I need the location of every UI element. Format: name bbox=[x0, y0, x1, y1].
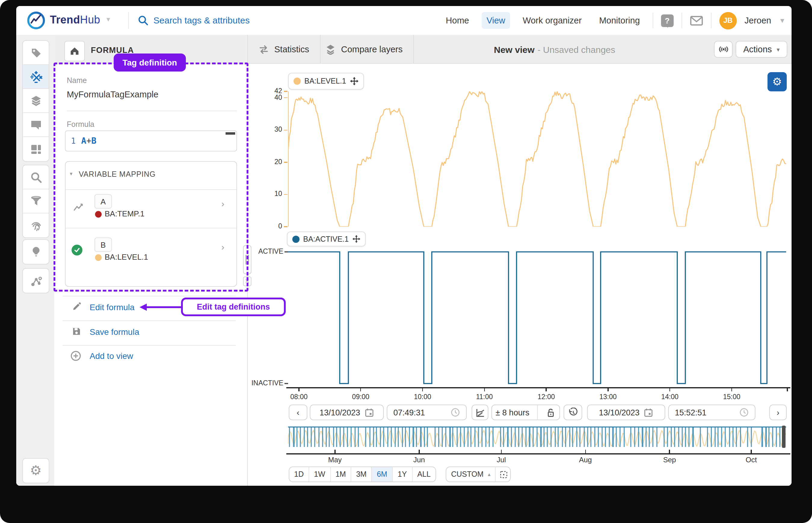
move-icon[interactable] bbox=[350, 77, 358, 85]
sidebar-item-formula[interactable] bbox=[23, 65, 49, 89]
lock-open-icon[interactable] bbox=[546, 407, 555, 417]
topbar-nav: Home View Work organizer Monitoring ? JB… bbox=[441, 6, 785, 35]
formula-editor[interactable]: 1 A+B bbox=[65, 130, 237, 151]
history-button[interactable] bbox=[564, 404, 582, 420]
month-label: May bbox=[322, 456, 348, 464]
screenshot-canvas: TrendHub ▾ Search tags & attributes Home… bbox=[0, 0, 812, 523]
clock-icon bbox=[451, 408, 460, 417]
logo-chevron-down-icon[interactable]: ▾ bbox=[106, 15, 110, 23]
trend-chart-level[interactable] bbox=[288, 91, 786, 227]
y-tick-mark bbox=[284, 194, 287, 195]
zoom-custom[interactable]: CUSTOM ▴ bbox=[446, 467, 496, 482]
month-tick-mark bbox=[334, 450, 335, 453]
compare-trend-button[interactable] bbox=[472, 404, 489, 420]
actions-chevron-down-icon: ▾ bbox=[777, 46, 780, 53]
x-tick-mark bbox=[607, 388, 608, 391]
x-axis-line bbox=[286, 387, 790, 388]
search-input[interactable]: Search tags & attributes bbox=[153, 15, 250, 25]
zoom-6m[interactable]: 6M bbox=[372, 467, 393, 482]
user-name[interactable]: Jeroen bbox=[745, 16, 771, 25]
zoom-1d[interactable]: 1D bbox=[289, 467, 309, 482]
sidebar-item-context[interactable] bbox=[23, 269, 49, 293]
history-icon bbox=[568, 407, 578, 417]
search-icon[interactable] bbox=[138, 15, 148, 26]
sidebar-item-fingerprint[interactable] bbox=[23, 213, 49, 237]
calendar-icon bbox=[365, 408, 374, 417]
sidebar-item-dashboard[interactable] bbox=[23, 137, 49, 161]
zoom-1m[interactable]: 1M bbox=[331, 467, 351, 482]
sidebar-group-suggestions bbox=[22, 239, 49, 265]
row-chevron-right-icon[interactable]: › bbox=[221, 198, 224, 209]
end-date-field[interactable]: 13/10/2023 bbox=[587, 404, 665, 420]
formula-line-number: 1 bbox=[71, 137, 76, 145]
trendhub-logo-icon bbox=[26, 10, 46, 31]
x-tick-mark bbox=[546, 388, 547, 391]
x-tick-label: 09:00 bbox=[347, 393, 374, 400]
zoom-3m[interactable]: 3M bbox=[351, 467, 372, 482]
digital-high-label: ACTIVE bbox=[248, 248, 283, 255]
timeline-minimap[interactable] bbox=[288, 426, 786, 448]
user-chevron-down-icon[interactable]: ▼ bbox=[779, 17, 785, 24]
move-icon[interactable] bbox=[352, 235, 360, 243]
digital-chart-active[interactable] bbox=[288, 250, 786, 385]
divider bbox=[66, 228, 236, 229]
formula-expression[interactable]: A+B bbox=[81, 136, 96, 145]
actions-button[interactable]: Actions ▾ bbox=[736, 41, 787, 58]
nav-home[interactable]: Home bbox=[441, 12, 474, 29]
panel-resize-handle[interactable] bbox=[243, 245, 251, 274]
name-value[interactable]: MyFormulaTagExample bbox=[67, 90, 158, 99]
start-date-field[interactable]: 13/10/2023 bbox=[310, 404, 384, 420]
zoom-1y[interactable]: 1Y bbox=[393, 467, 412, 482]
chart-settings-button[interactable]: ⚙ bbox=[767, 72, 787, 91]
pan-right-button[interactable]: › bbox=[769, 404, 787, 420]
nav-work-organizer[interactable]: Work organizer bbox=[518, 12, 586, 29]
nav-view[interactable]: View bbox=[482, 12, 510, 29]
panel-home-button[interactable] bbox=[64, 41, 85, 61]
zoom-all[interactable]: ALL bbox=[412, 467, 436, 482]
live-mode-button[interactable] bbox=[714, 41, 732, 58]
pan-left-button[interactable]: ‹ bbox=[289, 404, 307, 420]
compare-layers-button[interactable]: Compare layers bbox=[315, 35, 414, 64]
sidebar-item-search[interactable] bbox=[23, 165, 49, 190]
edit-formula-button[interactable]: Edit formula bbox=[90, 302, 135, 312]
legend-chip-level[interactable]: BA:LEVEL.1 bbox=[288, 73, 364, 90]
y-tick-mark bbox=[284, 97, 287, 98]
search-tool-icon bbox=[29, 170, 42, 184]
x-tick-label: 13:00 bbox=[595, 393, 621, 400]
month-tick-mark bbox=[585, 450, 586, 453]
mail-icon[interactable] bbox=[690, 15, 703, 25]
sidebar-item-layers[interactable] bbox=[23, 89, 49, 113]
digital-axis-tick bbox=[284, 251, 288, 252]
legend-chip-active[interactable]: BA:ACTIVE.1 bbox=[287, 231, 366, 247]
sidebar-item-tags[interactable] bbox=[23, 41, 49, 65]
sidebar-item-settings[interactable]: ⚙ bbox=[23, 459, 49, 483]
end-time-field[interactable]: 15:52:51 bbox=[668, 404, 756, 420]
y-tick-label: 30 bbox=[261, 126, 282, 133]
focus-range-button[interactable] bbox=[496, 467, 511, 482]
nav-monitoring[interactable]: Monitoring bbox=[594, 12, 645, 29]
start-time-field[interactable]: 07:49:31 bbox=[387, 404, 467, 420]
x-tick-mark bbox=[731, 388, 732, 391]
chart-pane: Statistics Compare layers New view - Uns… bbox=[247, 35, 792, 486]
help-icon[interactable]: ? bbox=[661, 14, 674, 27]
sidebar-item-comments[interactable] bbox=[23, 113, 49, 137]
add-to-view-button[interactable]: Add to view bbox=[90, 351, 133, 361]
duration-field[interactable]: ± 8 hours bbox=[491, 404, 560, 420]
zoom-1w[interactable]: 1W bbox=[309, 467, 331, 482]
month-label: Sep bbox=[656, 456, 683, 464]
user-avatar[interactable]: JB bbox=[719, 12, 737, 29]
sidebar-item-suggestions[interactable] bbox=[23, 240, 49, 264]
save-formula-button[interactable]: Save formula bbox=[90, 327, 139, 337]
comment-icon bbox=[29, 118, 42, 131]
x-tick-mark bbox=[669, 388, 670, 391]
sidebar-item-filter[interactable] bbox=[23, 190, 49, 213]
button-divider bbox=[537, 405, 538, 420]
editor-scrollbar[interactable] bbox=[226, 132, 235, 135]
collapse-chevron-icon[interactable]: ▾ bbox=[70, 171, 72, 177]
month-tick-mark bbox=[501, 450, 501, 453]
trend-status-icon bbox=[73, 203, 84, 212]
check-circle-icon bbox=[72, 245, 83, 255]
row-chevron-right-icon[interactable]: › bbox=[221, 242, 224, 252]
panel-close-button[interactable]: ✕ bbox=[243, 276, 251, 286]
statistics-button[interactable]: Statistics bbox=[248, 35, 321, 64]
